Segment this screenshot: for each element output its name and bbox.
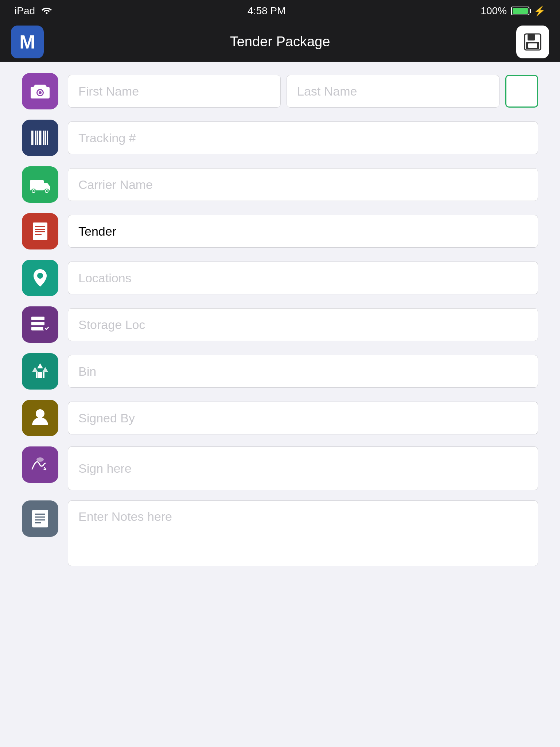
locations-input[interactable] xyxy=(68,262,538,294)
svg-rect-9 xyxy=(34,131,34,145)
status-right: 100% ⚡ xyxy=(481,5,545,17)
svg-point-27 xyxy=(37,273,43,279)
form-area: Sign here xyxy=(0,62,560,587)
signature-icon-container xyxy=(22,446,58,483)
bin-row xyxy=(22,353,538,390)
recycle-icon-container xyxy=(22,353,58,390)
tracking-row xyxy=(22,120,538,156)
svg-point-21 xyxy=(46,190,48,192)
svg-rect-12 xyxy=(39,131,41,145)
camera-icon-container xyxy=(22,73,58,109)
device-label: iPad xyxy=(15,5,35,17)
bin-input[interactable] xyxy=(68,355,538,388)
svg-rect-8 xyxy=(31,131,33,145)
carrier-row xyxy=(22,166,538,203)
svg-rect-14 xyxy=(43,131,44,145)
svg-rect-37 xyxy=(35,519,45,520)
svg-rect-23 xyxy=(35,226,45,227)
svg-point-19 xyxy=(32,190,35,192)
last-name-input[interactable] xyxy=(287,75,499,108)
checkbox[interactable] xyxy=(505,75,538,108)
status-left: iPad xyxy=(15,5,52,17)
battery-percent: 100% xyxy=(481,5,507,17)
svg-point-0 xyxy=(46,12,48,14)
svg-point-7 xyxy=(39,91,42,94)
locations-row xyxy=(22,260,538,296)
svg-rect-15 xyxy=(45,131,46,145)
location-icon xyxy=(28,266,52,290)
nav-bar: M Tender Package xyxy=(0,22,560,62)
storage-icon-container xyxy=(22,306,58,343)
location-icon-container xyxy=(22,260,58,296)
recycle-icon xyxy=(28,360,52,383)
notes-icon-container xyxy=(22,500,58,537)
svg-rect-11 xyxy=(37,131,38,145)
svg-rect-34 xyxy=(32,510,48,527)
name-row xyxy=(22,73,538,109)
barcode-icon-container xyxy=(22,120,58,156)
svg-point-33 xyxy=(36,457,44,462)
svg-point-31 xyxy=(43,325,50,332)
storage-icon xyxy=(28,313,52,336)
battery-icon xyxy=(511,7,529,15)
svg-rect-2 xyxy=(528,34,535,40)
type-row xyxy=(22,213,538,249)
signature-icon xyxy=(28,453,52,476)
truck-icon xyxy=(28,173,52,196)
person-icon xyxy=(28,406,52,430)
wifi-icon xyxy=(41,5,52,17)
name-inputs xyxy=(68,75,499,108)
truck-icon-container xyxy=(22,166,58,203)
svg-rect-28 xyxy=(31,317,44,320)
svg-rect-10 xyxy=(35,131,36,145)
barcode-icon xyxy=(28,126,52,150)
storage-loc-input[interactable] xyxy=(68,308,538,341)
svg-rect-35 xyxy=(35,514,45,515)
type-input[interactable] xyxy=(68,215,538,248)
svg-rect-36 xyxy=(35,516,45,518)
first-name-input[interactable] xyxy=(68,75,281,108)
battery-container xyxy=(511,7,529,15)
document-icon-container xyxy=(22,213,58,249)
storage-row xyxy=(22,306,538,343)
svg-rect-13 xyxy=(42,131,42,145)
signed-by-input[interactable] xyxy=(68,402,538,434)
signed-by-row xyxy=(22,400,538,436)
sign-here-box[interactable]: Sign here xyxy=(68,446,538,490)
svg-rect-25 xyxy=(35,231,45,232)
svg-point-32 xyxy=(36,409,44,418)
svg-rect-30 xyxy=(31,327,44,330)
tracking-input[interactable] xyxy=(68,121,538,154)
svg-rect-4 xyxy=(528,43,537,48)
charging-icon: ⚡ xyxy=(534,5,545,17)
carrier-input[interactable] xyxy=(68,168,538,201)
notes-row xyxy=(22,500,538,566)
save-icon xyxy=(522,32,543,52)
notes-icon xyxy=(28,507,52,530)
app-logo: M xyxy=(11,26,44,58)
sign-here-placeholder: Sign here xyxy=(78,461,132,476)
battery-fill xyxy=(513,8,528,14)
status-bar: iPad 4:58 PM 100% ⚡ xyxy=(0,0,560,22)
svg-rect-17 xyxy=(30,180,44,190)
svg-rect-16 xyxy=(47,131,48,145)
sign-here-row: Sign here xyxy=(22,446,538,490)
svg-rect-26 xyxy=(35,234,42,235)
svg-rect-29 xyxy=(31,322,44,325)
time-display: 4:58 PM xyxy=(248,5,285,17)
svg-rect-38 xyxy=(35,522,41,523)
document-icon xyxy=(28,220,52,243)
camera-icon xyxy=(28,80,52,103)
save-button[interactable] xyxy=(516,26,549,58)
notes-textarea[interactable] xyxy=(68,500,538,566)
page-title: Tender Package xyxy=(230,34,330,50)
svg-rect-24 xyxy=(35,229,45,230)
person-icon-container xyxy=(22,400,58,436)
